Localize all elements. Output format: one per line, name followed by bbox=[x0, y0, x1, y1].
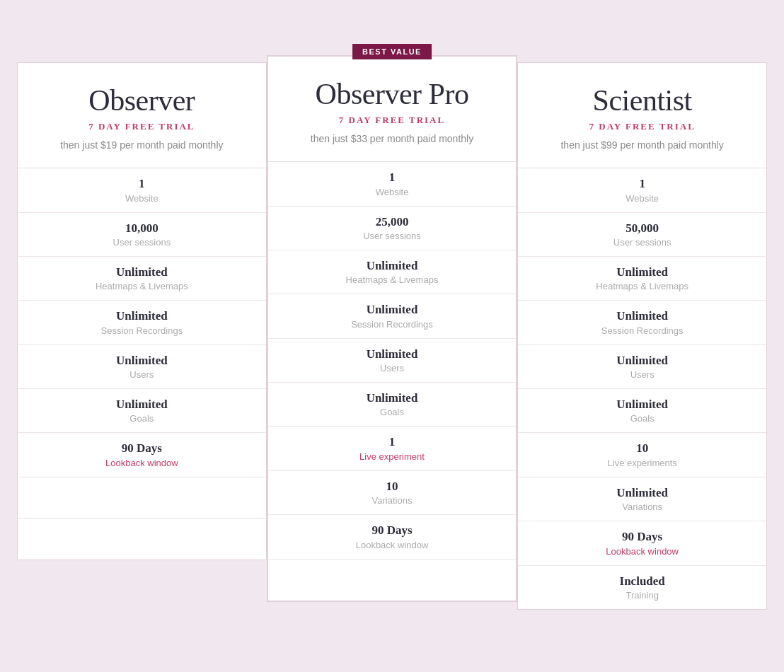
feature-main: Unlimited bbox=[279, 303, 505, 317]
feature-main: 90 Days bbox=[29, 441, 255, 456]
feature-row: Unlimited Heatmaps & Livemaps bbox=[518, 257, 766, 301]
pricing-table: Observer 7 DAY FREE TRIAL then just $19 … bbox=[17, 62, 767, 610]
feature-sub: Variations bbox=[529, 502, 755, 512]
feature-sub: Goals bbox=[29, 413, 255, 424]
feature-row: Unlimited Users bbox=[518, 345, 766, 389]
feature-main: Unlimited bbox=[529, 398, 755, 412]
feature-main: Unlimited bbox=[29, 398, 255, 412]
feature-row: Unlimited Goals bbox=[268, 383, 517, 427]
feature-main: 10,000 bbox=[29, 221, 255, 236]
feature-sub: Variations bbox=[279, 495, 505, 506]
feature-main: 10 bbox=[529, 441, 755, 456]
feature-sub: Users bbox=[29, 369, 255, 380]
feature-sub: Heatmaps & Livemaps bbox=[529, 281, 755, 291]
feature-main: Unlimited bbox=[29, 354, 255, 368]
feature-main: Unlimited bbox=[279, 259, 505, 273]
feature-row: Unlimited Goals bbox=[18, 389, 266, 433]
plan-header-scientist: Scientist 7 DAY FREE TRIAL then just $99… bbox=[518, 63, 766, 168]
plan-card-observer-pro: BEST VALUE Observer Pro 7 DAY FREE TRIAL… bbox=[267, 55, 518, 602]
feature-row: Unlimited Goals bbox=[518, 389, 766, 433]
plan-name-observer-pro: Observer Pro bbox=[282, 78, 502, 110]
feature-row: 50,000 User sessions bbox=[518, 213, 766, 257]
feature-sub: User sessions bbox=[29, 237, 255, 248]
feature-main: 1 bbox=[29, 177, 255, 191]
feature-row: 1 Live experiment bbox=[268, 427, 517, 470]
plan-price-scientist: then just $99 per month paid monthly bbox=[532, 139, 752, 151]
feature-sub: Goals bbox=[529, 413, 755, 424]
feature-sub: User sessions bbox=[529, 237, 755, 248]
feature-sub: Session Recordings bbox=[529, 325, 755, 336]
feature-main: Unlimited bbox=[529, 354, 755, 368]
feature-sub: Users bbox=[529, 369, 755, 380]
feature-main: 25,000 bbox=[279, 215, 505, 229]
feature-row: 10 Live experiments bbox=[518, 433, 766, 477]
best-value-badge: BEST VALUE bbox=[352, 44, 432, 59]
feature-main: Included bbox=[529, 574, 755, 589]
feature-row: Unlimited Variations bbox=[518, 477, 766, 521]
feature-sub: Training bbox=[529, 590, 755, 601]
feature-sub: Users bbox=[279, 363, 505, 373]
feature-main: Unlimited bbox=[279, 347, 505, 361]
empty-row bbox=[18, 519, 266, 560]
feature-row: Included Training bbox=[518, 566, 766, 609]
feature-row: 1 Website bbox=[518, 168, 766, 212]
plan-trial-scientist: 7 DAY FREE TRIAL bbox=[532, 121, 752, 132]
plan-price-observer-pro: then just $33 per month paid monthly bbox=[282, 133, 502, 144]
feature-sub: Session Recordings bbox=[29, 325, 255, 336]
feature-main: Unlimited bbox=[279, 391, 505, 405]
feature-sub: Heatmaps & Livemaps bbox=[279, 274, 505, 285]
feature-sub: Lookback window bbox=[529, 546, 755, 557]
feature-row: Unlimited Session Recordings bbox=[518, 301, 766, 344]
feature-main: 1 bbox=[279, 170, 505, 185]
plan-trial-observer: 7 DAY FREE TRIAL bbox=[32, 121, 252, 132]
feature-sub: Lookback window bbox=[29, 458, 255, 468]
plan-header-observer: Observer 7 DAY FREE TRIAL then just $19 … bbox=[18, 63, 266, 168]
feature-main: 1 bbox=[529, 177, 755, 191]
feature-main: Unlimited bbox=[29, 265, 255, 279]
feature-row: 1 Website bbox=[268, 162, 517, 206]
feature-main: 90 Days bbox=[529, 530, 755, 544]
feature-sub: Goals bbox=[279, 407, 505, 417]
feature-sub: Website bbox=[529, 193, 755, 204]
feature-main: Unlimited bbox=[29, 309, 255, 323]
empty-row bbox=[18, 477, 266, 519]
feature-row: Unlimited Users bbox=[268, 339, 517, 383]
feature-sub: Website bbox=[279, 187, 505, 197]
feature-row: 10 Variations bbox=[268, 471, 517, 515]
feature-row: 90 Days Lookback window bbox=[518, 521, 766, 565]
feature-main: 1 bbox=[279, 435, 505, 449]
plan-header-observer-pro: Observer Pro 7 DAY FREE TRIAL then just … bbox=[268, 57, 517, 162]
feature-main: Unlimited bbox=[529, 265, 755, 279]
plan-card-observer: Observer 7 DAY FREE TRIAL then just $19 … bbox=[17, 62, 267, 560]
feature-main: Unlimited bbox=[529, 309, 755, 323]
plan-card-scientist: Scientist 7 DAY FREE TRIAL then just $99… bbox=[517, 62, 767, 610]
plan-price-observer: then just $19 per month paid monthly bbox=[32, 139, 252, 151]
feature-main: Unlimited bbox=[529, 486, 755, 500]
feature-sub: Website bbox=[29, 193, 255, 204]
feature-row: Unlimited Session Recordings bbox=[18, 301, 266, 344]
empty-row bbox=[268, 560, 517, 601]
feature-row: Unlimited Session Recordings bbox=[268, 294, 517, 338]
feature-row: Unlimited Heatmaps & Livemaps bbox=[268, 250, 517, 294]
feature-sub: User sessions bbox=[279, 231, 505, 241]
feature-sub: Heatmaps & Livemaps bbox=[29, 281, 255, 291]
feature-row: Unlimited Heatmaps & Livemaps bbox=[18, 257, 266, 301]
feature-sub: Live experiments bbox=[529, 458, 755, 468]
feature-row: Unlimited Users bbox=[18, 345, 266, 389]
feature-sub: Session Recordings bbox=[279, 319, 505, 330]
feature-row: 25,000 User sessions bbox=[268, 207, 517, 250]
plan-name-observer: Observer bbox=[32, 84, 252, 117]
feature-row: 10,000 User sessions bbox=[18, 213, 266, 257]
feature-sub: Lookback window bbox=[279, 540, 505, 550]
feature-main: 10 bbox=[279, 480, 505, 494]
plan-name-scientist: Scientist bbox=[532, 84, 752, 117]
feature-row: 90 Days Lookback window bbox=[268, 515, 517, 559]
feature-main: 90 Days bbox=[279, 523, 505, 538]
feature-row: 90 Days Lookback window bbox=[18, 433, 266, 477]
feature-main: 50,000 bbox=[529, 221, 755, 236]
plan-trial-observer-pro: 7 DAY FREE TRIAL bbox=[282, 115, 502, 126]
feature-row: 1 Website bbox=[18, 168, 266, 212]
feature-sub: Live experiment bbox=[279, 451, 505, 462]
